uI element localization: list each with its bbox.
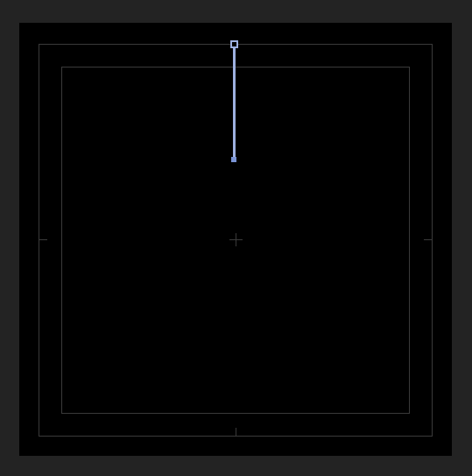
safe-frame-outer	[39, 44, 433, 437]
safe-frame-inner	[61, 67, 410, 414]
center-cross-horizontal	[229, 239, 243, 240]
bone-head-handle[interactable]	[230, 40, 238, 48]
bone-body[interactable]	[233, 46, 236, 160]
tick-left	[39, 239, 47, 240]
bone-tail-handle[interactable]	[231, 157, 236, 162]
tick-right	[424, 239, 433, 240]
viewport-canvas[interactable]	[19, 23, 452, 456]
tick-bottom	[236, 428, 236, 437]
center-cross-vertical	[236, 233, 236, 246]
